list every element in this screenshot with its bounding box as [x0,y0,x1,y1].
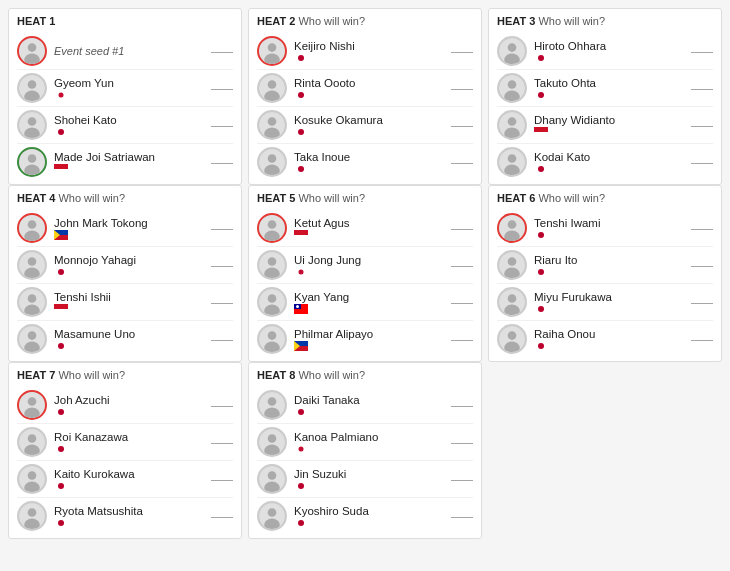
flag-jp [534,267,548,277]
svg-point-71 [28,294,37,303]
svg-point-142 [58,520,64,526]
flag-row [54,481,211,491]
athlete-row[interactable]: Kosuke Okamura—— [257,107,473,144]
heat-row-2: HEAT 4 Who will win? John Mark Tokong—— … [8,185,722,362]
athlete-name: Kosuke Okamura [294,114,451,126]
flag-row [534,164,691,174]
athlete-row[interactable]: Made Joi Satriawan—— [17,144,233,180]
athlete-score: —— [451,222,473,234]
athlete-row[interactable]: Event seed #1—— [17,33,233,70]
athlete-row[interactable]: Riaru Ito—— [497,247,713,284]
flag-row [534,267,691,277]
athlete-row[interactable]: Tenshi Ishii—— [17,284,233,321]
flag-row [54,304,211,314]
svg-rect-18 [54,169,68,174]
athlete-row[interactable]: Ketut Agus—— [257,210,473,247]
athlete-row[interactable]: Hiroto Ohhara—— [497,33,713,70]
athlete-info: Roi Kanazawa [54,431,211,454]
athlete-info: Ui Jong Jung [294,254,451,277]
athlete-row[interactable]: Ui Jong Jung—— [257,247,473,284]
svg-point-69 [58,269,64,275]
athlete-row[interactable]: Takuto Ohta—— [497,70,713,107]
athlete-row[interactable]: Ryota Matsushita—— [17,498,233,534]
flag-jp [294,53,308,63]
athlete-info: Event seed #1 [54,45,211,57]
athlete-name: Taka Inoue [294,151,451,163]
athlete-row[interactable]: Roi Kanazawa—— [17,424,233,461]
svg-point-163 [298,520,304,526]
athlete-row[interactable]: Shohei Kato—— [17,107,233,144]
flag-row [534,304,691,314]
athlete-name: Ui Jong Jung [294,254,451,266]
heat-box-7: HEAT 7 Who will win? Joh Azuchi—— Roi Ka… [8,362,242,539]
athlete-row[interactable]: Kaito Kurokawa—— [17,461,233,498]
athlete-name: Masamune Uno [54,328,211,340]
svg-point-117 [538,306,544,312]
athlete-info: Made Joi Satriawan [54,151,211,174]
athlete-row[interactable]: Keijiro Nishi—— [257,33,473,70]
athlete-name: Ketut Agus [294,217,451,229]
athlete-row[interactable]: Kyan Yang—— [257,284,473,321]
athlete-row[interactable]: Philmar Alipayo—— [257,321,473,357]
athlete-score: —— [211,399,233,411]
athlete-row[interactable]: Monnojo Yahagi—— [17,247,233,284]
athlete-row[interactable]: Tenshi Iwami—— [497,210,713,247]
athlete-score: —— [211,156,233,168]
avatar [497,110,527,140]
athlete-info: Ketut Agus [294,217,451,240]
athlete-row[interactable]: Gyeom Yun—— [17,70,233,107]
athlete-name: Philmar Alipayo [294,328,451,340]
avatar [17,147,47,177]
empty-cell [488,362,722,539]
athlete-row[interactable]: Daiki Tanaka—— [257,387,473,424]
svg-point-139 [28,508,37,517]
heat-box-8: HEAT 8 Who will win? Daiki Tanaka—— Kano… [248,362,482,539]
svg-point-158 [298,483,304,489]
avatar [17,213,47,243]
athlete-name: Keijiro Nishi [294,40,451,52]
flag-row [294,267,451,277]
athlete-info: Dhany Widianto [534,114,691,137]
athlete-row[interactable]: John Mark Tokong—— [17,210,233,247]
flag-id [534,127,548,137]
athlete-row[interactable]: Miyu Furukawa—— [497,284,713,321]
avatar [257,36,287,66]
athlete-row[interactable]: Joh Azuchi—— [17,387,233,424]
athlete-row[interactable]: Kodai Kato—— [497,144,713,180]
athlete-name: Kyoshiro Suda [294,505,451,517]
svg-rect-84 [294,235,308,240]
athlete-row[interactable]: Masamune Uno—— [17,321,233,357]
svg-point-33 [298,129,304,135]
avatar [497,324,527,354]
athlete-score: —— [691,296,713,308]
athlete-score: —— [211,473,233,485]
athlete-row[interactable]: Dhany Widianto—— [497,107,713,144]
athlete-row[interactable]: Kanoa Palmiano—— [257,424,473,461]
athlete-info: Miyu Furukawa [534,291,691,314]
athlete-score: —— [451,45,473,57]
athlete-row[interactable]: Raiha Onou—— [497,321,713,357]
flag-row [54,407,211,417]
svg-rect-73 [54,304,68,309]
svg-point-55 [508,154,517,163]
athlete-info: Kodai Kato [534,151,691,174]
athlete-row[interactable]: Jin Suzuki—— [257,461,473,498]
athlete-name: Riaru Ito [534,254,691,266]
athlete-name: Ryota Matsushita [54,505,211,517]
athlete-score: —— [691,156,713,168]
svg-point-129 [28,434,37,443]
svg-rect-83 [294,230,308,235]
athlete-score: —— [211,259,233,271]
avatar [257,287,287,317]
athlete-row[interactable]: Kyoshiro Suda—— [257,498,473,534]
athlete-row[interactable]: Rinta Oooto—— [257,70,473,107]
heat-box-1: HEAT 1 Event seed #1—— Gyeom Yun—— Shohe… [8,8,242,185]
svg-point-66 [28,257,37,266]
athlete-score: —— [451,82,473,94]
athlete-score: —— [451,119,473,131]
athlete-row[interactable]: Taka Inoue—— [257,144,473,180]
athlete-score: —— [211,222,233,234]
flag-jp [534,164,548,174]
flag-jp [294,518,308,528]
svg-point-48 [538,92,544,98]
